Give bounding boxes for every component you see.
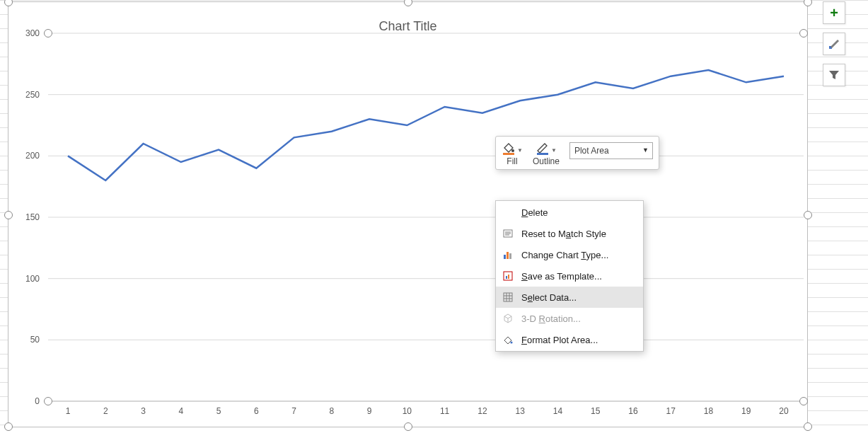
y-tick-label: 150 [11,212,40,222]
menu-item-save-tmpl[interactable]: Save as Template... [496,265,643,287]
x-tick-label: 4 [170,406,192,416]
x-tick-label: 16 [623,406,644,416]
x-tick-label: 20 [773,406,794,416]
x-tick-label: 2 [95,406,116,416]
data-series-line[interactable] [68,70,784,180]
resize-handle-n[interactable] [404,0,412,6]
x-tick-label: 18 [698,406,719,416]
paintbrush-icon [828,38,840,50]
chart-styles-button[interactable] [823,33,845,55]
formatbucket-icon [502,333,514,346]
menu-item-label: Select Data... [521,292,577,303]
y-tick-label: 200 [11,151,40,161]
menu-item-select-data[interactable]: Select Data... [496,287,643,308]
svg-rect-13 [508,275,509,279]
outline-label: Outline [533,156,560,166]
chevron-down-icon: ▼ [551,147,557,155]
resize-handle-w[interactable] [4,211,13,219]
menu-item-3d-rot: 3-D Rotation... [496,308,643,329]
svg-rect-12 [506,276,507,279]
svg-rect-10 [509,253,511,259]
svg-rect-9 [507,252,509,259]
chart-element-selector[interactable]: Plot Area [569,142,653,159]
pen-icon [536,141,550,155]
x-tick-label: 11 [434,406,456,416]
x-tick-label: 12 [472,406,493,416]
menu-item-label: Format Plot Area... [521,335,598,345]
menu-item-reset[interactable]: Reset to Match Style [496,223,643,244]
x-tick-label: 5 [208,406,229,416]
y-tick-label: 0 [11,396,40,406]
chart-side-buttons: + [823,1,845,86]
x-tick-label: 19 [736,406,757,416]
x-tick-label: 7 [284,406,305,416]
paint-bucket-icon [502,141,516,155]
svg-rect-8 [504,255,506,259]
menu-item-label: Delete [521,207,548,218]
menu-item-label: Save as Template... [521,271,602,282]
x-tick-label: 10 [396,406,417,416]
funnel-icon [828,69,840,81]
chevron-down-icon: ▼ [517,147,523,155]
resize-handle-se[interactable] [804,422,812,431]
chart-elements-button[interactable]: + [823,1,845,24]
menu-item-label: Change Chart Type... [521,250,608,260]
savechart-icon [502,270,514,282]
menu-item-delete[interactable]: Delete [496,202,643,223]
y-tick-label: 50 [11,335,40,345]
svg-point-1 [511,149,514,152]
chart-filters-button[interactable] [823,64,845,86]
plus-icon: + [830,5,838,21]
svg-rect-14 [504,293,512,301]
resize-handle-s[interactable] [404,422,412,431]
x-tick-label: 3 [133,406,154,416]
plot-area[interactable]: 050100150200250300 123456789101112131415… [48,33,804,401]
plot-handle-se[interactable] [799,397,808,405]
y-tick-label: 300 [11,28,40,38]
fill-label: Fill [507,156,517,166]
mini-toolbar: ▼ Fill ▼ Outline Plot Area [495,136,659,170]
svg-point-19 [510,341,512,343]
svg-rect-2 [503,153,514,155]
menu-item-change-type[interactable]: Change Chart Type... [496,244,643,265]
resize-handle-e[interactable] [804,211,812,219]
outline-dropdown[interactable]: ▼ Outline [533,141,560,166]
x-tick-label: 8 [321,406,342,416]
cube-icon [502,312,514,325]
svg-rect-3 [537,153,548,155]
resize-handle-sw[interactable] [4,422,13,431]
x-tick-label: 13 [509,406,531,416]
y-tick-label: 100 [11,274,40,284]
x-tick-label: 14 [547,406,568,416]
plot-handle-ne[interactable] [799,29,808,38]
x-tick-label: 1 [57,406,79,416]
x-tick-label: 6 [245,406,267,416]
x-tick-label: 15 [585,406,606,416]
selector-value: Plot Area [574,146,609,156]
selectdata-icon [502,291,514,304]
y-tick-label: 250 [11,90,40,100]
chart-object[interactable]: Chart Title 050100150200250300 123456789… [8,1,808,427]
menu-item-label: 3-D Rotation... [521,313,581,324]
menu-item-format[interactable]: Format Plot Area... [496,329,643,350]
menu-item-label: Reset to Match Style [521,229,606,239]
fill-dropdown[interactable]: ▼ Fill [502,141,523,166]
reset-icon [502,227,514,240]
x-tick-label: 17 [660,406,681,416]
resize-handle-nw[interactable] [4,0,13,6]
blank-icon [502,206,514,219]
plot-handle-sw[interactable] [44,397,52,405]
plot-handle-nw[interactable] [44,29,52,38]
context-menu: DeleteReset to Match StyleChange Chart T… [495,200,644,352]
x-tick-label: 9 [359,406,380,416]
chart-title[interactable]: Chart Title [8,19,807,34]
barchart-icon [502,248,514,261]
